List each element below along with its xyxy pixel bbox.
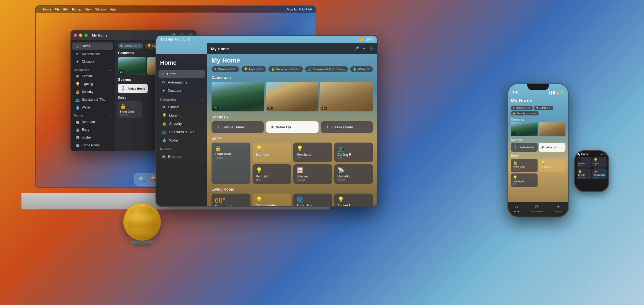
menu-home[interactable]: Home (43, 8, 51, 11)
menu-file[interactable]: File (55, 8, 60, 11)
scenes-chevron[interactable]: › (133, 78, 134, 81)
ipad-leave-home-scene[interactable]: 🚶 Leave Home (321, 121, 373, 133)
ipad-smart-fan-card[interactable]: 🌀 Smart Fan Off (293, 194, 332, 206)
ipad-lights-chip-label: Lights (249, 68, 257, 71)
iphone-screen: 9:41 ▎▌▊ 📶 🔋 My Home ❄ Climate 68-72° 💡 … (508, 84, 568, 217)
iphone-security-chip[interactable]: 🔒 Security 1 Unlocked (511, 111, 539, 115)
sidebar-item-water[interactable]: 💧 Water (72, 104, 113, 111)
ipad-front-door-card[interactable]: 🔒 Front Door Locked (212, 143, 250, 184)
ipad-shades-icon: 🪟 (297, 167, 329, 173)
sidebar-item-home[interactable]: ⌂ Home (72, 42, 113, 50)
iphone-sconces-card[interactable]: 💡 Sconces On (539, 159, 565, 172)
ipad-sidebar-climate[interactable]: ❄ Climate (158, 103, 205, 111)
iphone-lights-chip[interactable]: 💡 Lights 3 On (534, 106, 553, 110)
ipad-accent-card[interactable]: 💡 Accent L. Off (334, 194, 373, 206)
iphone-arrive-home-scene[interactable]: 🚶 Arrive Home (511, 143, 538, 152)
watch-tile-climate[interactable]: ❄ Climate 68-72° (577, 157, 591, 168)
sidebar-item-speakers[interactable]: 📺 Speakers & TVs (72, 96, 113, 103)
menu-edit[interactable]: Edit (63, 8, 68, 11)
front-door-card[interactable]: 🔒 Front Door Locked (118, 101, 142, 118)
sidebar-item-entry[interactable]: ▦ Entry (72, 126, 113, 133)
ipad-climate-chip[interactable]: ❄ Climate 68-72° (212, 66, 239, 72)
ipad-arrive-home-scene[interactable]: 🚶 Arrive Home (212, 121, 264, 133)
ipad-camera-2-bg (320, 82, 373, 111)
sidebar-item-automations[interactable]: ⟳ Automations (72, 50, 113, 58)
minimize-button[interactable] (79, 34, 82, 37)
watch-tile-garage[interactable]: 🚗 Garage Door Closed (592, 168, 607, 179)
ipad-sidebar-lighting[interactable]: 💡 Lighting (158, 111, 205, 119)
ipad-discover-label: Discover (168, 89, 182, 93)
ipad-wake-up-scene[interactable]: ☀ Wake Up (266, 121, 318, 133)
ipad-leave-home-icon: 🚶 (325, 125, 330, 130)
ipad-thermostat-card[interactable]: 68° Thermostat Heating to 70 (212, 194, 250, 206)
iphone-overhead-card[interactable]: 💡 Overhead Off (511, 173, 538, 187)
ipad-sidebar-speakers[interactable]: 📺 Speakers & TVs (158, 128, 205, 136)
iphone-wake-up-scene[interactable]: ☀ Wake Up (539, 143, 565, 152)
camera-thumb-0[interactable]: 2s (118, 57, 146, 75)
ipad-sidebar-discover[interactable]: ✦ Discover (158, 87, 205, 95)
arrive-home-scene[interactable]: 🚶 Arrive Home (118, 84, 148, 93)
menu-format[interactable]: Format (72, 8, 82, 11)
menu-view[interactable]: View (85, 8, 92, 11)
ipad-homepod-card[interactable]: 📡 HomePo. Not Air. (334, 164, 373, 184)
iphone-tab-discover[interactable]: ✦ Discover (554, 204, 562, 213)
sidebar-item-livingroom[interactable]: ▦ Living Room (72, 141, 113, 149)
climate-chip[interactable]: ❄ Climate 68-72° (118, 43, 143, 49)
ipad-sidebar-bedroom[interactable]: ▦ Bedroom (158, 153, 205, 161)
menu-help[interactable]: Help (110, 8, 116, 11)
ipad-add-icon[interactable]: + (363, 46, 365, 51)
ipad-sidebar-security[interactable]: 🔒 Security (158, 120, 205, 128)
watch-time: 10:09 (601, 153, 607, 156)
iphone-statusbar-right: ▎▌▊ 📶 🔋 (549, 91, 564, 94)
watch-tile-security[interactable]: 🔒 Security 1 Unlocked (577, 168, 591, 179)
ipad-water-chip[interactable]: 💧 Water Off (350, 66, 373, 72)
iphone-tab-home[interactable]: ⌂ Home (514, 204, 519, 213)
ipad-scenes-chevron[interactable]: › (227, 115, 228, 119)
ipad-smiley-icon[interactable]: ☺ (369, 46, 373, 51)
sidebar-item-climate[interactable]: ❄ Climate (72, 72, 113, 80)
iphone-climate-chip[interactable]: ❄ Climate 68-72° (511, 106, 533, 110)
ipad-security-chip[interactable]: 🔒 Security 1 Unlocked (268, 66, 303, 72)
ipad-rooms-header: Rooms ⌄ (156, 145, 207, 152)
cameras-chevron[interactable]: › (135, 51, 136, 55)
ipad-ceiling-lights-card[interactable]: 💡 Ceiling Lights 90% (253, 194, 291, 206)
ipad-speakers-chip[interactable]: 📺 Speakers & TVs 1 Playing (305, 66, 348, 72)
iphone-tab-automations[interactable]: ⟳ Automations (531, 204, 543, 213)
sidebar-item-kitchen[interactable]: ▦ Kitchen (72, 134, 113, 141)
close-button[interactable] (74, 34, 77, 37)
watch-tile-lights[interactable]: 💡 Lights 3 On (592, 157, 607, 168)
ipad-overhead-card[interactable]: 💡 Overhead Off (293, 143, 332, 162)
window-title: My Home (92, 33, 108, 37)
iphone-camera-0[interactable]: 3s (511, 122, 538, 136)
ipad-camera-1[interactable]: 1s (266, 82, 319, 111)
iphone-cameras-section: Cameras 3s (511, 118, 565, 136)
iphone-climate-icon: ❄ (513, 107, 515, 109)
ipad-sidebar-water[interactable]: 💧 Water (158, 136, 205, 144)
homepod-touch-area[interactable] (139, 205, 145, 206)
sidebar-item-security[interactable]: 🔒 Security (72, 88, 113, 96)
ipad-cameras-chevron[interactable]: › (230, 75, 231, 80)
ipad-sidebar-automations[interactable]: ⟳ Automations (158, 78, 205, 86)
menu-window[interactable]: Window (95, 8, 106, 11)
iphone-wake-up-icon: ☀ (541, 145, 545, 150)
ipad-microphone-icon[interactable]: 🎤 (354, 46, 359, 51)
iphone-front-door-card[interactable]: 🔒 Front Door Locked (511, 159, 538, 172)
front-door-icon: 🔒 (120, 103, 140, 109)
sidebar-item-discover[interactable]: ✦ Discover (72, 58, 113, 66)
dock-finder[interactable]: 🔍 (137, 174, 147, 184)
ipad-lights-chip[interactable]: 💡 Lights 3 On (241, 66, 266, 72)
iphone-camera-1[interactable] (539, 122, 565, 136)
iphone-tab-home-icon: ⌂ (515, 204, 518, 210)
ipad-sidebar-home[interactable]: ⌂ Home (158, 70, 205, 78)
ipad-ceiling-card[interactable]: 📺 Ceiling F. Low (334, 143, 373, 162)
ipad-water-chip-icon: 💧 (353, 67, 357, 71)
ipad-sconces-card[interactable]: 💡 Sconces On (253, 143, 291, 162)
ipad-shades-card[interactable]: 🪟 Shades Closed (293, 164, 332, 184)
ipad-camera-0[interactable]: 2s (212, 82, 264, 111)
ipad-pendant-card[interactable]: 💡 Pendant 25% (253, 164, 291, 184)
sidebar-item-lighting[interactable]: 💡 Lighting (72, 80, 113, 88)
ipad-cameras-label: Cameras (212, 75, 228, 80)
sidebar-item-bedroom[interactable]: ▦ Bedroom (72, 118, 113, 126)
maximize-button[interactable] (84, 34, 88, 37)
ipad-camera-2[interactable]: 4s (320, 82, 373, 111)
